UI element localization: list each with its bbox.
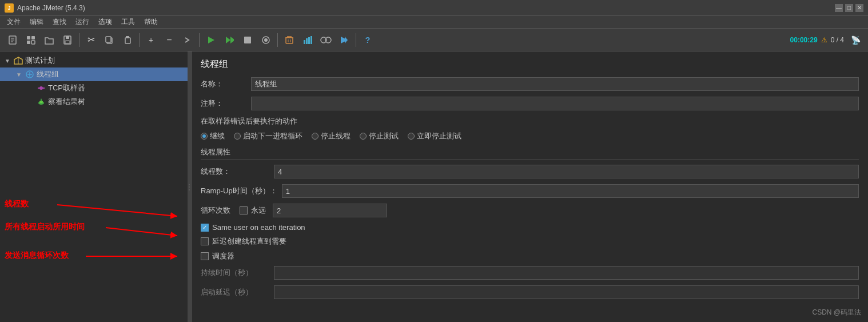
menu-help[interactable]: 帮助 <box>140 16 162 28</box>
svg-rect-7 <box>31 41 35 44</box>
tree-item-results-tree[interactable]: ▶ 察看结果树 <box>0 95 191 109</box>
radio-next-loop-circle <box>234 133 241 140</box>
svg-rect-10 <box>65 41 70 43</box>
thread-count-label: 线程数： <box>201 166 269 177</box>
loop-count-row: 循环次数 永远 <box>201 204 859 217</box>
svg-rect-31 <box>310 36 312 44</box>
annotation-threads: 线程数 <box>5 199 29 208</box>
toolbar-debug-button[interactable] <box>318 32 334 48</box>
tcp-sampler-icon <box>37 84 46 93</box>
menu-run[interactable]: 运行 <box>71 16 94 28</box>
name-input[interactable] <box>251 77 859 91</box>
toolbar-new-button[interactable] <box>5 32 21 48</box>
comment-row: 注释： <box>201 97 859 110</box>
maximize-button[interactable]: □ <box>845 4 853 12</box>
delay-create-checkbox[interactable]: 延迟创建线程直到需要 <box>201 236 859 247</box>
toolbar-save-button[interactable] <box>59 32 75 48</box>
toolbar-open-button[interactable] <box>41 32 57 48</box>
toolbar-help-button[interactable]: ? <box>360 32 376 48</box>
svg-rect-9 <box>66 36 69 39</box>
toolbar-divider-1 <box>79 33 79 47</box>
toolbar-right: 00:00:29 ⚠ 0 / 4 📡 <box>790 32 863 48</box>
toolbar-start-nopause-button[interactable] <box>221 32 237 48</box>
toolbar-copy-button[interactable] <box>101 32 117 48</box>
title-bar-left: J Apache JMeter (5.4.3) <box>5 3 85 13</box>
tree-item-test-plan[interactable]: ▼ 测试计划 <box>0 54 191 67</box>
same-user-checkbox[interactable]: Same user on each iteration <box>201 223 859 232</box>
toolbar-divider-4 <box>277 33 278 47</box>
menu-edit[interactable]: 编辑 <box>25 16 48 28</box>
app-icon: J <box>5 3 14 13</box>
toolbar-clear-button[interactable] <box>281 32 297 48</box>
section-title: 线程组 <box>201 58 859 70</box>
title-bar: J Apache JMeter (5.4.3) — □ ✕ <box>0 0 868 16</box>
toolbar-cut-button[interactable]: ✂ <box>83 32 99 48</box>
toolbar-templates-button[interactable] <box>23 32 39 48</box>
radio-stop-thread[interactable]: 停止线程 <box>312 131 351 141</box>
panel-resize-handle[interactable]: ⋮ <box>188 51 191 322</box>
thread-count-input[interactable] <box>274 165 859 178</box>
toolbar-expand-button[interactable]: + <box>143 32 159 48</box>
tree-arrow-test-plan[interactable]: ▼ <box>5 58 11 64</box>
tree-item-thread-group[interactable]: ▼ 线程组 <box>0 67 191 81</box>
startup-delay-input[interactable] <box>274 285 859 299</box>
svg-point-20 <box>264 38 268 42</box>
warning-icon: ⚠ <box>821 36 827 44</box>
results-tree-icon <box>37 97 46 106</box>
left-panel: ▼ 测试计划 ▼ 线程组 ▶ <box>0 51 192 322</box>
radio-next-loop[interactable]: 启动下一进程循环 <box>234 131 302 141</box>
radio-stop-test[interactable]: 停止测试 <box>360 131 399 141</box>
loop-forever-checkbox[interactable]: 永远 <box>240 205 266 216</box>
tree-arrow-thread-group[interactable]: ▼ <box>16 71 23 78</box>
radio-group: 继续 启动下一进程循环 停止线程 停止测试 立即停止测试 <box>201 131 859 141</box>
comment-input[interactable] <box>251 97 859 110</box>
thread-count-row: 线程数： <box>201 165 859 178</box>
test-plan-icon <box>14 56 23 65</box>
toolbar-divider-5 <box>356 33 356 47</box>
toolbar-start-button[interactable] <box>203 32 219 48</box>
toolbar-run-button[interactable] <box>336 32 352 48</box>
radio-continue[interactable]: 继续 <box>201 131 225 141</box>
tree-item-tcp-sampler[interactable]: ▶ TCP取样器 <box>0 81 191 95</box>
svg-rect-29 <box>306 38 308 44</box>
minimize-button[interactable]: — <box>835 4 843 12</box>
menu-find[interactable]: 查找 <box>48 16 71 28</box>
rampup-row: Ramp-Up时间（秒）： <box>201 184 859 198</box>
toolbar-aggregate-button[interactable] <box>300 32 316 48</box>
menu-bar: 文件 编辑 查找 运行 选项 工具 帮助 <box>0 16 868 29</box>
svg-marker-15 <box>208 37 214 43</box>
duration-row: 持续时间（秒） <box>201 266 859 280</box>
scheduler-label: 调度器 <box>212 251 234 261</box>
svg-rect-13 <box>125 38 130 43</box>
toolbar-toggle-button[interactable] <box>180 32 196 48</box>
menu-file[interactable]: 文件 <box>2 16 25 28</box>
delay-create-checkbox-box <box>201 237 209 245</box>
counter-display: 0 / 4 <box>831 36 844 44</box>
svg-line-46 <box>57 205 177 216</box>
toolbar-shutdown-button[interactable] <box>258 32 274 48</box>
loop-count-input[interactable] <box>273 204 387 217</box>
toolbar-collapse-button[interactable]: − <box>161 32 177 48</box>
radio-stop-test-now[interactable]: 立即停止测试 <box>408 131 461 141</box>
toolbar-paste-button[interactable] <box>120 32 136 48</box>
radio-continue-circle <box>201 133 208 140</box>
menu-tools[interactable]: 工具 <box>117 16 140 28</box>
svg-rect-21 <box>286 38 293 43</box>
error-action-section: 在取样器错误后要执行的动作 继续 启动下一进程循环 停止线程 停止测试 <box>201 116 859 141</box>
svg-marker-17 <box>230 37 234 43</box>
scheduler-checkbox[interactable]: 调度器 <box>201 251 859 261</box>
svg-rect-6 <box>27 41 30 44</box>
startup-delay-row: 启动延迟（秒） <box>201 285 859 299</box>
annotation-loops: 发送消息循环次数 <box>5 251 69 260</box>
same-user-checkbox-box <box>201 224 209 232</box>
window-controls: — □ ✕ <box>835 4 863 12</box>
toolbar-remote-button[interactable]: 📡 <box>847 32 863 48</box>
close-button[interactable]: ✕ <box>855 4 863 12</box>
toolbar: ✂ + − ? 00:00: <box>0 29 868 51</box>
rampup-input[interactable] <box>282 184 859 198</box>
main-layout: ▼ 测试计划 ▼ 线程组 ▶ <box>0 51 868 322</box>
toolbar-stop-button[interactable] <box>240 32 256 48</box>
menu-options[interactable]: 选项 <box>94 16 117 28</box>
tree-label-tcp-sampler: TCP取样器 <box>48 83 85 93</box>
duration-input[interactable] <box>274 266 859 280</box>
